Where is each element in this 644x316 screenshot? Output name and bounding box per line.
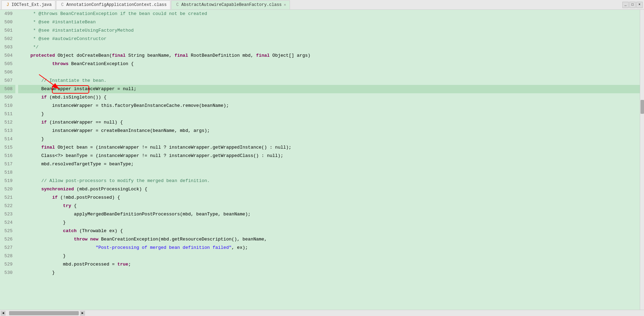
code-line-508: BeanWrapper instanceWrapper = null; (18, 85, 640, 93)
class-file-icon-2: C (175, 2, 180, 7)
line-number-522: 522 (0, 202, 15, 210)
scroll-right-button[interactable]: ▶ (80, 311, 85, 316)
code-line-528: } (18, 252, 640, 260)
line-number-504: 504 (0, 52, 15, 60)
code-line-516: Class<?> beanType = (instanceWrapper != … (18, 152, 640, 160)
line-numbers: 4995005015025035045055065075085095105115… (0, 10, 18, 310)
tab-ioctest[interactable]: J IOCTest_Ext.java (1, 0, 55, 9)
code-line-503: */ (18, 43, 640, 52)
scroll-left-button[interactable]: ◀ (1, 311, 6, 316)
scrollbar-thumb-h[interactable] (9, 311, 79, 315)
code-line-523: applyMergedBeanDefinitionPostProcessors(… (18, 210, 640, 219)
close-button[interactable]: × (636, 2, 643, 8)
line-number-509: 509 (0, 93, 15, 102)
line-number-512: 512 (0, 118, 15, 127)
line-number-507: 507 (0, 77, 15, 85)
code-line-506 (18, 68, 640, 77)
line-number-523: 523 (0, 210, 15, 219)
code-line-502: * @see #autowireConstructor (18, 35, 640, 43)
vertical-scrollbar[interactable] (640, 10, 644, 310)
code-line-522: try { (18, 202, 640, 210)
code-line-529: mbd.postProcessed = true; (18, 260, 640, 269)
code-line-518 (18, 168, 640, 177)
minimize-button[interactable]: _ (622, 2, 629, 8)
code-line-514: } (18, 135, 640, 143)
line-number-515: 515 (0, 143, 15, 152)
line-number-527: 527 (0, 244, 15, 252)
code-line-527: "Post-processing of merged bean definiti… (18, 244, 640, 252)
line-number-514: 514 (0, 135, 15, 143)
code-line-530: } (18, 269, 640, 277)
line-number-528: 528 (0, 252, 15, 260)
line-number-508: 508 (0, 85, 15, 93)
window-controls: _ □ × (622, 2, 643, 8)
line-number-520: 520 (0, 185, 15, 193)
code-line-504: protected Object doCreateBean(final Stri… (18, 52, 640, 60)
line-number-510: 510 (0, 102, 15, 110)
code-line-525: catch (Throwable ex) { (18, 227, 640, 235)
title-bar: J IOCTest_Ext.java C AnnotationConfigApp… (0, 0, 644, 10)
line-number-511: 511 (0, 110, 15, 118)
line-number-519: 519 (0, 177, 15, 185)
scrollbar-thumb-v[interactable] (641, 100, 644, 114)
line-number-502: 502 (0, 35, 15, 43)
code-line-526: throw new BeanCreationException(mbd.getR… (18, 235, 640, 244)
line-number-500: 500 (0, 18, 15, 26)
code-line-512: if (instanceWrapper == null) { (18, 118, 640, 127)
tab-abstract-autowire[interactable]: C AbstractAutowireCapableBeanFactory.cla… (171, 0, 290, 9)
line-number-530: 530 (0, 269, 15, 277)
code-line-505: throws BeanCreationException { (18, 60, 640, 68)
line-number-516: 516 (0, 152, 15, 160)
tab-annotation-config[interactable]: C AnnotationConfigApplicationContext.cla… (56, 0, 170, 9)
code-line-517: mbd.resolvedTargetType = beanType; (18, 160, 640, 168)
code-line-524: } (18, 219, 640, 227)
line-number-529: 529 (0, 260, 15, 269)
code-line-521: if (!mbd.postProcessed) { (18, 193, 640, 202)
line-number-513: 513 (0, 127, 15, 135)
code-line-510: instanceWrapper = this.factoryBeanInstan… (18, 102, 640, 110)
code-line-499: * @throws BeanCreationException if the b… (18, 10, 640, 18)
code-line-507: // Instantiate the bean. (18, 77, 640, 85)
horizontal-scrollbar[interactable]: ◀ ▶ (0, 310, 644, 316)
line-number-526: 526 (0, 235, 15, 244)
line-number-501: 501 (0, 26, 15, 35)
line-number-517: 517 (0, 160, 15, 168)
line-number-506: 506 (0, 68, 15, 77)
line-number-503: 503 (0, 43, 15, 52)
tab-close-icon[interactable]: ✕ (284, 2, 286, 7)
line-number-505: 505 (0, 60, 15, 68)
code-line-509: if (mbd.isSingleton()) { (18, 93, 640, 102)
line-number-525: 525 (0, 227, 15, 235)
code-line-520: synchronized (mbd.postProcessingLock) { (18, 185, 640, 193)
line-number-521: 521 (0, 193, 15, 202)
java-file-icon: J (5, 2, 10, 7)
code-line-513: instanceWrapper = createBeanInstance(bea… (18, 127, 640, 135)
line-number-499: 499 (0, 10, 15, 18)
code-lines[interactable]: * @throws BeanCreationException if the b… (18, 10, 640, 310)
maximize-button[interactable]: □ (629, 2, 636, 8)
code-line-519: // Allow post-processors to modify the m… (18, 177, 640, 185)
class-file-icon-1: C (60, 2, 65, 7)
code-line-500: * @see #instantiateBean (18, 18, 640, 26)
line-number-524: 524 (0, 219, 15, 227)
code-line-501: * @see #instantiateUsingFactoryMethod (18, 26, 640, 35)
code-line-515: final Object bean = (instanceWrapper != … (18, 143, 640, 152)
line-number-518: 518 (0, 168, 15, 177)
code-container: 4995005015025035045055065075085095105115… (0, 10, 644, 310)
code-line-511: } (18, 110, 640, 118)
